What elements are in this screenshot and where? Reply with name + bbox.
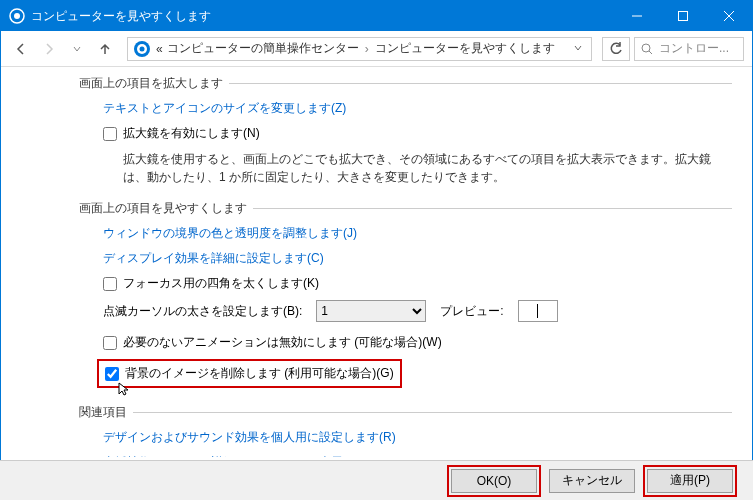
- group-visibility: 画面上の項目を見やすくします ウィンドウの境界の色と透明度を調整します(J) デ…: [79, 200, 732, 388]
- svg-point-1: [14, 13, 20, 19]
- link-text-icon-size[interactable]: テキストとアイコンのサイズを変更します(Z): [103, 100, 732, 117]
- divider: [253, 208, 732, 209]
- search-box[interactable]: コントロー...: [634, 37, 744, 61]
- breadcrumb-current[interactable]: コンピューターを見やすくします: [375, 40, 555, 57]
- group-related: 関連項目 デザインおよびサウンド効果を個人用に設定します(R) 支援技術について…: [79, 404, 732, 457]
- breadcrumb-prefix: «: [156, 42, 163, 56]
- breadcrumb-separator: ›: [365, 42, 369, 56]
- cursor-thickness-label: 点滅カーソルの太さを設定します(B):: [103, 303, 302, 320]
- link-assistive-tech[interactable]: 支援技術についての詳細をオンラインで表示します: [103, 454, 732, 457]
- checkbox-focus-rect[interactable]: [103, 277, 117, 291]
- ok-button[interactable]: OK(O): [451, 469, 537, 493]
- svg-line-10: [649, 51, 652, 54]
- toolbar: « コンピューターの簡単操作センター › コンピューターを見やすくします コント…: [1, 31, 752, 67]
- search-placeholder: コントロー...: [659, 40, 729, 57]
- group-enlarge: 画面上の項目を拡大します テキストとアイコンのサイズを変更します(Z) 拡大鏡を…: [79, 75, 732, 186]
- minimize-button[interactable]: [614, 1, 660, 31]
- preview-label: プレビュー:: [440, 303, 503, 320]
- cancel-button[interactable]: キャンセル: [549, 469, 635, 493]
- group-related-title: 関連項目: [79, 404, 127, 421]
- location-icon: [132, 39, 152, 59]
- ok-highlight: OK(O): [447, 465, 541, 497]
- search-icon: [641, 43, 653, 55]
- link-personalize[interactable]: デザインおよびサウンド効果を個人用に設定します(R): [103, 429, 732, 446]
- checkbox-disable-animation-label[interactable]: 必要のないアニメーションは無効にします (可能な場合)(W): [123, 334, 442, 351]
- preview-cursor-line: [537, 304, 538, 318]
- apply-button[interactable]: 適用(P): [647, 469, 733, 493]
- checkbox-magnifier-label[interactable]: 拡大鏡を有効にします(N): [123, 125, 260, 142]
- checkbox-remove-background[interactable]: [105, 367, 119, 381]
- window-controls: [614, 1, 752, 31]
- forward-button[interactable]: [37, 37, 61, 61]
- link-window-border[interactable]: ウィンドウの境界の色と透明度を調整します(J): [103, 225, 732, 242]
- recent-dropdown[interactable]: [65, 37, 89, 61]
- cursor-icon: [117, 381, 133, 397]
- divider: [133, 412, 732, 413]
- group-visibility-title: 画面上の項目を見やすくします: [79, 200, 247, 217]
- svg-rect-3: [679, 12, 688, 21]
- titlebar: コンピューターを見やすくします: [1, 1, 752, 31]
- svg-point-9: [642, 44, 650, 52]
- cursor-thickness-select[interactable]: 1: [316, 300, 426, 322]
- maximize-button[interactable]: [660, 1, 706, 31]
- breadcrumb-parent[interactable]: コンピューターの簡単操作センター: [167, 40, 359, 57]
- cursor-preview: [518, 300, 558, 322]
- footer: OK(O) キャンセル 適用(P): [0, 460, 753, 500]
- back-button[interactable]: [9, 37, 33, 61]
- checkbox-remove-background-label[interactable]: 背景のイメージを削除します (利用可能な場合)(G): [125, 365, 394, 382]
- link-display-effects[interactable]: ディスプレイ効果を詳細に設定します(C): [103, 250, 732, 267]
- apply-highlight: 適用(P): [643, 465, 737, 497]
- group-enlarge-title: 画面上の項目を拡大します: [79, 75, 223, 92]
- up-button[interactable]: [93, 37, 117, 61]
- checkbox-disable-animation[interactable]: [103, 336, 117, 350]
- magnifier-description: 拡大鏡を使用すると、画面上のどこでも拡大でき、その領域にあるすべての項目を拡大表…: [123, 150, 732, 186]
- refresh-button[interactable]: [602, 37, 630, 61]
- titlebar-text: コンピューターを見やすくします: [31, 8, 614, 25]
- close-button[interactable]: [706, 1, 752, 31]
- address-bar[interactable]: « コンピューターの簡単操作センター › コンピューターを見やすくします: [127, 37, 592, 61]
- highlighted-option: 背景のイメージを削除します (利用可能な場合)(G): [97, 359, 402, 388]
- content-area: 画面上の項目を拡大します テキストとアイコンのサイズを変更します(Z) 拡大鏡を…: [1, 67, 752, 457]
- checkbox-magnifier[interactable]: [103, 127, 117, 141]
- address-dropdown[interactable]: [569, 42, 587, 56]
- svg-point-8: [140, 46, 145, 51]
- divider: [229, 83, 732, 84]
- checkbox-focus-rect-label[interactable]: フォーカス用の四角を太くします(K): [123, 275, 319, 292]
- app-icon: [9, 8, 25, 24]
